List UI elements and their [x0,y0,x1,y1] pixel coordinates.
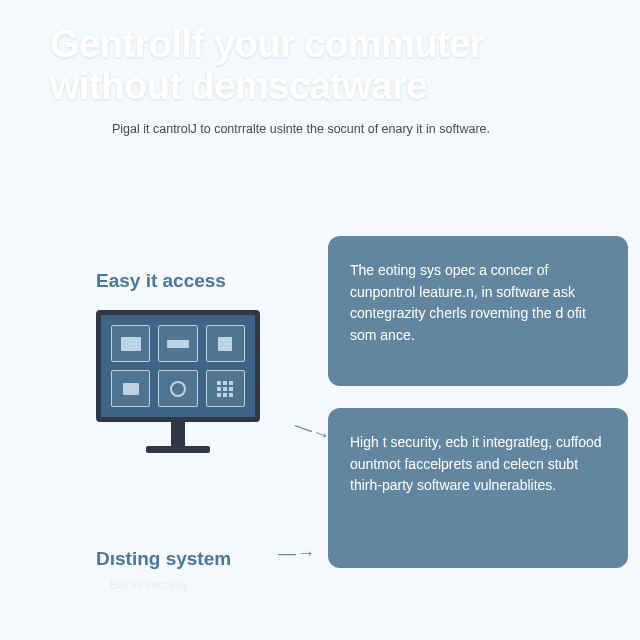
card-1-text: The eoting sys opec a concer of cunpontr… [350,262,586,343]
app-tile-icon [111,370,150,407]
app-tile-icon [158,325,197,362]
ghost-subheading: Bilt in security [110,578,189,592]
app-tile-icon [206,325,245,362]
hero-section: Gentrollf your commuter without demscatw… [0,0,640,136]
card-2-text: High t security, ecb it integratleg, cuf… [350,434,602,493]
hero-title: Gentrollf your commuter without demscatw… [50,24,590,108]
monitor-stand-base [146,446,210,453]
app-tile-icon [111,325,150,362]
arrow-icon: — → [291,415,331,447]
hero-title-line1: Gentrollf your commuter [50,23,484,65]
app-tile-icon [206,370,245,407]
feature-card-1: The eoting sys opec a concer of cunpontr… [328,236,628,386]
feature-card-2: High t security, ecb it integratleg, cuf… [328,408,628,568]
monitor-screen [96,310,260,422]
hero-subtitle: Pigal it cantrolJ to contrralte usinte t… [50,122,590,136]
left-column: Easy it access [96,270,296,453]
cards-column: The eoting sys opec a concer of cunpontr… [328,236,628,590]
monitor-illustration [96,310,260,453]
monitor-stand-neck [171,422,185,446]
arrow-icon: — → [278,543,313,564]
hero-title-line2: without demscatware [50,65,427,107]
heading-easy-access: Easy it access [96,270,296,292]
app-tile-icon [158,370,197,407]
content-area: Easy it access Dısting system Bilt in se… [0,270,640,640]
heading-disting-system: Dısting system [96,548,231,570]
